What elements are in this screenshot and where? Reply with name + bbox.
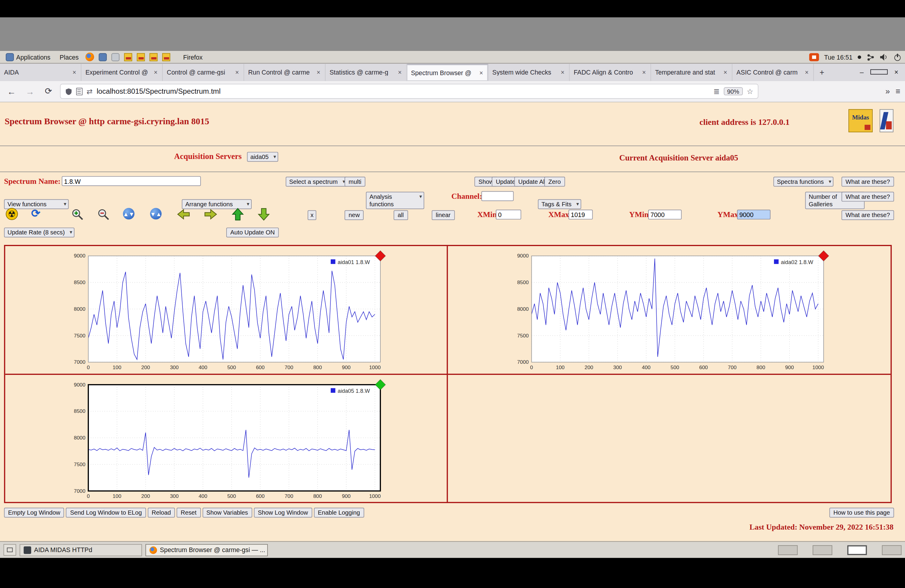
hamburger-menu-icon[interactable]: ≡ [896,86,900,96]
power-icon[interactable] [893,53,902,61]
enable-logging-button[interactable]: Enable Logging [314,508,364,518]
compress-y-icon[interactable]: ▲▼ [123,208,135,220]
show-log-window-button[interactable]: Show Log Window [254,508,312,518]
new-button[interactable]: new [345,210,364,220]
taskbar-item-httpd[interactable]: AIDA MIDAS HTTPd [20,544,142,556]
applications-menu[interactable]: Applications [3,53,53,61]
reload-button[interactable]: ⟳ [41,86,56,96]
how-to-use-button[interactable]: How to use this page [829,508,894,518]
close-icon[interactable]: × [153,69,158,76]
tab-experiment-control[interactable]: Experiment Control @× [81,64,163,81]
minimize-button[interactable]: – [853,68,870,76]
down-arrow-icon[interactable] [257,208,270,221]
xmin-input[interactable] [496,210,521,219]
acquisition-server-select[interactable]: aida05▾ [247,152,278,162]
bookmark-star-icon[interactable]: ☆ [747,87,753,95]
up-arrow-icon[interactable] [231,208,244,221]
zoom-in-icon[interactable] [71,208,84,221]
workspace-4[interactable] [882,545,902,555]
spectrum-chart-aida01[interactable]: 7000750080008500900001002003004005006007… [64,249,388,374]
firefox-launcher-icon[interactable] [86,53,94,61]
zoom-indicator[interactable]: 90% [724,87,743,95]
tab-temperature[interactable]: Temperature and stat× [651,64,732,81]
forward-button[interactable]: → [23,86,37,96]
midas-launcher-icon-1[interactable] [124,53,132,61]
tab-spectrum-browser[interactable]: Spectrum Browser @× [407,64,488,81]
auto-update-button[interactable]: Auto Update ON [226,227,279,237]
zero-button[interactable]: Zero [545,176,565,186]
send-log-to-elog-button[interactable]: Send Log Window to ELog [66,508,146,518]
notification-icon[interactable] [809,53,819,61]
files-launcher-icon[interactable] [112,53,120,61]
channel-input[interactable] [481,191,514,201]
workspace-2[interactable] [813,545,832,555]
close-icon[interactable]: × [397,69,402,76]
all-button[interactable]: all [394,210,408,220]
previous-arrow-icon[interactable] [176,208,191,221]
close-icon[interactable]: × [72,69,76,76]
next-arrow-icon[interactable] [204,208,218,221]
spectra-functions-select[interactable]: Spectra functions▾ [773,176,834,186]
radiation-icon[interactable]: ☢ [6,208,17,220]
close-icon[interactable]: × [316,69,321,76]
linear-button[interactable]: linear [432,210,455,220]
share-icon[interactable] [866,53,875,61]
close-icon[interactable]: × [560,69,565,76]
spectrum-chart-aida05[interactable]: 7000750080008500900001002003004005006007… [64,378,388,503]
tab-asic-control[interactable]: ASIC Control @ carm× [732,64,814,81]
refresh-icon[interactable]: ⟳ [31,208,40,220]
spectrum-name-input[interactable] [62,176,201,186]
ymax-input[interactable] [737,210,771,219]
x-button[interactable]: x [308,210,316,220]
page-info-icon[interactable] [76,87,83,95]
midas-launcher-icon-4[interactable] [162,53,171,61]
multi-button[interactable]: multi [345,176,365,186]
tab-statistics[interactable]: Statistics @ carme-g× [325,64,407,81]
show-variables-button[interactable]: Show Variables [202,508,252,518]
volume-icon[interactable] [880,53,888,61]
clock[interactable]: Tue 16:51 [824,53,853,60]
window-close-button[interactable]: × [888,68,905,76]
reload-button[interactable]: Reload [148,508,175,518]
close-icon[interactable]: × [479,70,484,76]
workspace-1[interactable] [778,545,798,555]
midas-launcher-icon-3[interactable] [150,53,158,61]
ymin-input[interactable] [648,210,682,219]
xmax-input[interactable] [568,210,593,219]
close-icon[interactable]: × [723,69,728,76]
overflow-chevron-icon[interactable]: » [885,86,890,96]
url-text[interactable]: localhost:8015/Spectrum/Spectrum.tml [97,87,221,95]
terminal-launcher-icon[interactable] [99,53,107,61]
what-are-these-button[interactable]: What are these? [841,192,894,202]
places-menu[interactable]: Places [57,53,81,60]
gallery-cell-aida05[interactable]: 7000750080008500900001002003004005006007… [5,375,448,502]
close-icon[interactable]: × [641,69,646,76]
what-are-these-button[interactable]: What are these? [841,176,894,186]
close-icon[interactable]: × [805,69,809,76]
url-bar[interactable]: ⇄ localhost:8015/Spectrum/Spectrum.tml ≣… [60,84,759,99]
shield-icon[interactable] [65,87,72,95]
reset-button[interactable]: Reset [176,508,200,518]
tab-aida[interactable]: AIDA× [0,64,81,81]
tab-system-checks[interactable]: System wide Checks× [488,64,570,81]
back-button[interactable]: ← [5,86,18,96]
zoom-out-icon[interactable] [97,208,110,221]
gallery-cell-aida02[interactable]: 7000750080008500900001002003004005006007… [448,246,891,375]
taskbar-item-spectrum-browser[interactable]: Spectrum Browser @ carme-gsi — ... [145,544,268,556]
new-tab-button[interactable]: + [814,64,830,81]
tab-fadc-align[interactable]: FADC Align & Contro× [570,64,651,81]
gallery-cell-aida01[interactable]: 7000750080008500900001002003004005006007… [5,246,448,375]
reader-mode-icon[interactable]: ≣ [713,87,719,95]
expand-y-icon[interactable]: ▼▲ [150,208,162,220]
close-icon[interactable]: × [235,69,240,76]
workspace-3-current[interactable] [847,545,867,555]
midas-launcher-icon-2[interactable] [137,53,145,61]
spectrum-chart-aida02[interactable]: 7000750080008500900001002003004005006007… [507,249,831,374]
update-rate-select[interactable]: Update Rate (8 secs)▾ [4,227,75,237]
maximize-button[interactable] [870,68,888,76]
what-are-these-button[interactable]: What are these? [841,210,894,220]
select-a-spectrum-select[interactable]: Select a spectrum▾ [286,176,348,186]
empty-log-window-button[interactable]: Empty Log Window [4,508,64,518]
show-desktop-button[interactable] [3,544,16,556]
tab-run-control[interactable]: Run Control @ carme× [244,64,325,81]
